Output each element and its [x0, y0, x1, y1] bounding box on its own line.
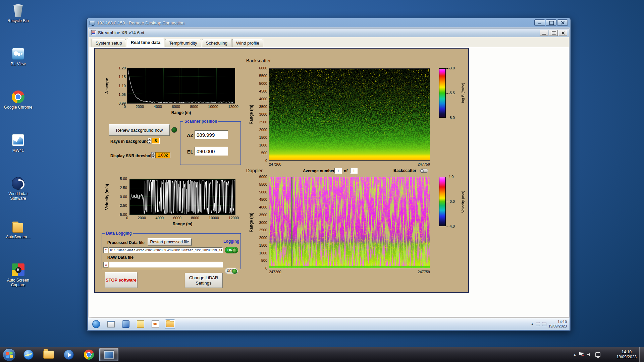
tick-label: 6000 — [172, 105, 180, 109]
remote-taskbar-explorer-button[interactable] — [165, 319, 175, 329]
backscatter-y-axis-label: Range (m) — [249, 68, 254, 161]
tab-wind-profile[interactable]: Wind profile — [232, 39, 263, 47]
app-titlebar[interactable]: StreamLine XR v14-6.vi — [89, 28, 569, 37]
desktop-icon-bl-view[interactable]: BL-View — [2, 47, 34, 66]
recycle-bin-icon — [10, 3, 26, 17]
remote-volume-icon[interactable] — [536, 322, 540, 326]
stop-software-button[interactable]: STOP software — [105, 272, 137, 288]
rdp-close-button[interactable] — [557, 19, 568, 26]
tab-scheduling[interactable]: Scheduling — [202, 39, 231, 47]
processed-path-drive-icon[interactable]: C — [103, 247, 108, 253]
remote-taskbar-streamline-button[interactable]: XR — [150, 319, 160, 329]
remote-hidden-icons-arrow[interactable]: ▲ — [531, 322, 534, 325]
backscatter-x-tick-right: 247759 — [403, 162, 430, 166]
processed-data-file-label: Processed Data file — [107, 240, 145, 245]
tick-label: 4500 — [259, 89, 267, 93]
remote-network-icon[interactable] — [542, 322, 546, 326]
labview-vi-icon — [91, 30, 96, 35]
desktop-icon-autoscreen[interactable]: AutoScreen... — [2, 220, 34, 239]
clock-date: 19/09/2023 — [616, 355, 637, 360]
sticky-note-icon — [137, 320, 144, 328]
remote-taskbar-notes-button[interactable] — [136, 319, 146, 329]
desktop-icon-mw41[interactable]: MW41 — [2, 133, 34, 153]
doppler-y-axis-label: Range (m) — [249, 177, 254, 268]
rays-spinner[interactable] — [148, 138, 151, 144]
rdp-minimize-button[interactable] — [534, 19, 545, 26]
renew-background-button[interactable]: Renew background now — [109, 124, 170, 136]
network-icon[interactable] — [595, 352, 600, 357]
doppler-y-ticks: 6000550050004500400035003000250020001500… — [255, 175, 267, 270]
app-close-button[interactable] — [558, 30, 567, 36]
scanner-position-title: Scanner position — [183, 119, 218, 124]
media-player-icon — [64, 350, 74, 360]
raw-data-file-label: RAW Data file — [107, 255, 133, 260]
snr-value-field[interactable]: 1.002 — [155, 152, 170, 158]
rays-in-background-label: Rays in background — [110, 139, 149, 144]
app-minimize-button[interactable] — [540, 30, 548, 36]
remote-desktop-area: StreamLine XR v14-6.vi System setupReal … — [88, 27, 570, 330]
desktop-icon-label: BL-View — [2, 62, 34, 66]
tab-temp-humidity[interactable]: Temp/humidity — [165, 39, 201, 47]
tick-label: 6000 — [259, 175, 267, 179]
tick-label: 6000 — [173, 216, 181, 220]
snr-spinner[interactable] — [151, 152, 155, 158]
backscatter-doppler-toggle[interactable] — [420, 169, 428, 173]
streamline-xr-app-icon: XR — [152, 320, 159, 328]
taskbar-media-player-button[interactable] — [59, 348, 78, 361]
tick-label: 1000 — [259, 251, 267, 255]
remote-taskbar-app-button-1[interactable] — [106, 319, 116, 329]
rdp-window: 192.168.0.150 - Remote Desktop Connectio… — [87, 18, 571, 331]
average-of-field[interactable]: 1 — [350, 168, 358, 174]
show-desktop-button[interactable] — [639, 347, 644, 362]
hidden-icons-arrow[interactable]: ▲ — [573, 353, 576, 356]
average-number-field[interactable]: 1 — [334, 168, 342, 174]
tick-label: 0 — [265, 266, 267, 270]
taskbar-chrome-button[interactable] — [79, 348, 98, 361]
mw41-icon — [10, 133, 26, 147]
taskbar-explorer-button[interactable] — [39, 348, 58, 361]
volume-icon[interactable] — [587, 352, 592, 357]
desktop-icon-wind-lidar[interactable]: Wind Lidar Software — [2, 176, 34, 201]
desktop-icon-google-chrome[interactable]: Google Chrome — [2, 90, 34, 110]
labview-front-panel: A-scope 1.201.151.101.050.99 02000400060… — [94, 48, 469, 293]
tick-label: 1500 — [259, 244, 267, 247]
backscatter-y-ticks: 6000550050004500400035003000250020001500… — [255, 66, 267, 163]
ascope-y-ticks: 1.201.151.101.050.99 — [110, 66, 126, 105]
start-button[interactable] — [3, 348, 16, 361]
app-restore-button[interactable] — [549, 30, 558, 36]
taskbar-clock[interactable]: 14:10 19/09/2023 — [616, 347, 637, 362]
tick-label: 10000 — [208, 105, 218, 109]
raw-path-field[interactable] — [109, 262, 223, 267]
tick-label: 2000 — [259, 236, 267, 240]
desktop-icon-recycle-bin[interactable]: Recycle Bin — [2, 3, 34, 23]
rdp-maximize-button[interactable] — [546, 19, 556, 26]
action-center-flag-icon[interactable] — [579, 352, 584, 357]
tab-system-setup[interactable]: System setup — [92, 39, 126, 47]
remote-desktop-icon — [104, 350, 114, 359]
processed-logging-toggle[interactable]: ON — [225, 247, 238, 253]
el-label: EL — [184, 149, 193, 155]
restart-processed-file-button[interactable]: Restart processed file — [148, 238, 192, 245]
of-label: of — [344, 169, 347, 173]
taskbar-rdp-button[interactable] — [99, 348, 118, 361]
raw-logging-toggle[interactable]: OFF — [225, 268, 238, 274]
rays-value-field[interactable]: 8 — [152, 138, 160, 144]
tick-label: 2000 — [259, 128, 267, 132]
change-lidar-settings-button[interactable]: Change LiDAR Settings — [185, 273, 222, 288]
ascope-plot — [127, 68, 235, 104]
az-value-field[interactable]: 089.999 — [195, 130, 228, 139]
remote-taskbar-ie-button[interactable] — [91, 319, 101, 329]
rdp-titlebar[interactable]: 192.168.0.150 - Remote Desktop Connectio… — [87, 18, 571, 27]
scanner-position-group: Scanner position AZ 089.999 EL 090.000 — [180, 121, 241, 165]
desktop-icon-auto-screen-capture[interactable]: Auto Screen Capture — [2, 263, 34, 287]
tick-label: 0 — [126, 216, 128, 220]
remote-taskbar-app-button-2[interactable] — [121, 319, 131, 329]
el-value-field[interactable]: 090.000 — [195, 147, 228, 156]
raw-path-drive-icon[interactable]: C — [103, 262, 108, 267]
data-logging-group: Data Logging Processed Data file Restart… — [102, 233, 241, 269]
remote-clock[interactable]: 14:10 19/09/2023 — [548, 320, 568, 328]
processed-path-field[interactable]: C:\LidarA\Data\Proc\2023\202309\20230919… — [109, 247, 223, 253]
folder-icon — [43, 351, 54, 359]
taskbar-ie-button[interactable] — [19, 348, 38, 361]
tab-real-time-data[interactable]: Real time data — [127, 38, 164, 47]
